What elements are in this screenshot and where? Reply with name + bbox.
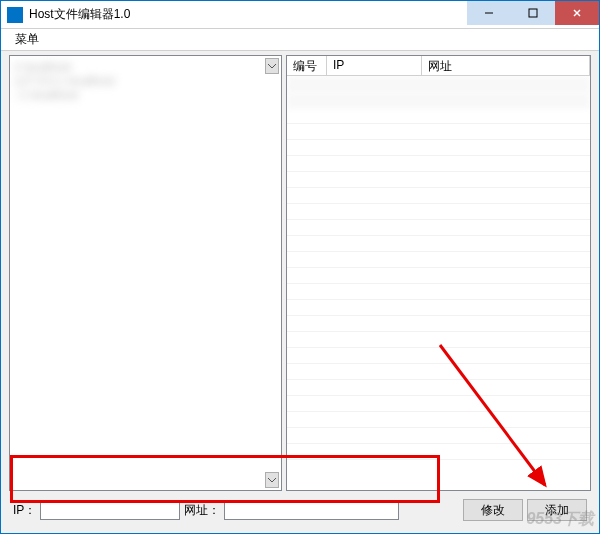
table-row[interactable] (287, 188, 590, 204)
table-row[interactable] (287, 316, 590, 332)
content-area: # localhost 127.0.0.1 localhost ::1 loca… (1, 51, 599, 533)
app-icon (7, 7, 23, 23)
table-row[interactable] (287, 156, 590, 172)
table-header: 编号 IP 网址 (287, 56, 590, 76)
left-text-panel[interactable]: # localhost 127.0.0.1 localhost ::1 loca… (9, 55, 282, 491)
dropdown-bottom-icon[interactable] (265, 472, 279, 488)
table-row[interactable] (287, 364, 590, 380)
table-row[interactable] (287, 236, 590, 252)
ip-label: IP： (13, 502, 36, 519)
close-icon (572, 8, 582, 18)
table-row[interactable] (287, 92, 590, 108)
table-row[interactable] (287, 396, 590, 412)
table-row[interactable] (287, 140, 590, 156)
bottom-bar: IP： 网址： 修改 添加 (9, 491, 591, 525)
close-button[interactable] (555, 1, 599, 25)
table-body[interactable] (287, 76, 590, 490)
app-window: Host文件编辑器1.0 菜单 # localhost 127.0 (0, 0, 600, 534)
column-header-url[interactable]: 网址 (422, 56, 590, 75)
menu-item-menu[interactable]: 菜单 (9, 29, 45, 50)
table-row[interactable] (287, 332, 590, 348)
table-row[interactable] (287, 380, 590, 396)
table-row[interactable] (287, 124, 590, 140)
maximize-icon (528, 8, 538, 18)
minimize-button[interactable] (467, 1, 511, 25)
add-button[interactable]: 添加 (527, 499, 587, 521)
minimize-icon (484, 8, 494, 18)
modify-button[interactable]: 修改 (463, 499, 523, 521)
table-row[interactable] (287, 284, 590, 300)
table-row[interactable] (287, 252, 590, 268)
table-row[interactable] (287, 220, 590, 236)
table-row[interactable] (287, 204, 590, 220)
column-header-ip[interactable]: IP (327, 56, 422, 75)
table-row[interactable] (287, 412, 590, 428)
menubar: 菜单 (1, 29, 599, 51)
right-list-panel: 编号 IP 网址 (286, 55, 591, 491)
svg-rect-1 (529, 9, 537, 17)
table-row[interactable] (287, 268, 590, 284)
url-label: 网址： (184, 502, 220, 519)
window-title: Host文件编辑器1.0 (29, 6, 467, 23)
maximize-button[interactable] (511, 1, 555, 25)
ip-input[interactable] (40, 500, 180, 520)
table-row[interactable] (287, 348, 590, 364)
left-blurred-content: # localhost 127.0.0.1 localhost ::1 loca… (10, 56, 281, 120)
column-header-num[interactable]: 编号 (287, 56, 327, 75)
titlebar: Host文件编辑器1.0 (1, 1, 599, 29)
chevron-down-icon (268, 478, 276, 483)
table-row[interactable] (287, 172, 590, 188)
table-row[interactable] (287, 444, 590, 460)
url-input[interactable] (224, 500, 399, 520)
titlebar-buttons (467, 1, 599, 28)
table-row[interactable] (287, 76, 590, 92)
panels: # localhost 127.0.0.1 localhost ::1 loca… (9, 55, 591, 491)
table-row[interactable] (287, 300, 590, 316)
table-row[interactable] (287, 108, 590, 124)
table-row[interactable] (287, 428, 590, 444)
